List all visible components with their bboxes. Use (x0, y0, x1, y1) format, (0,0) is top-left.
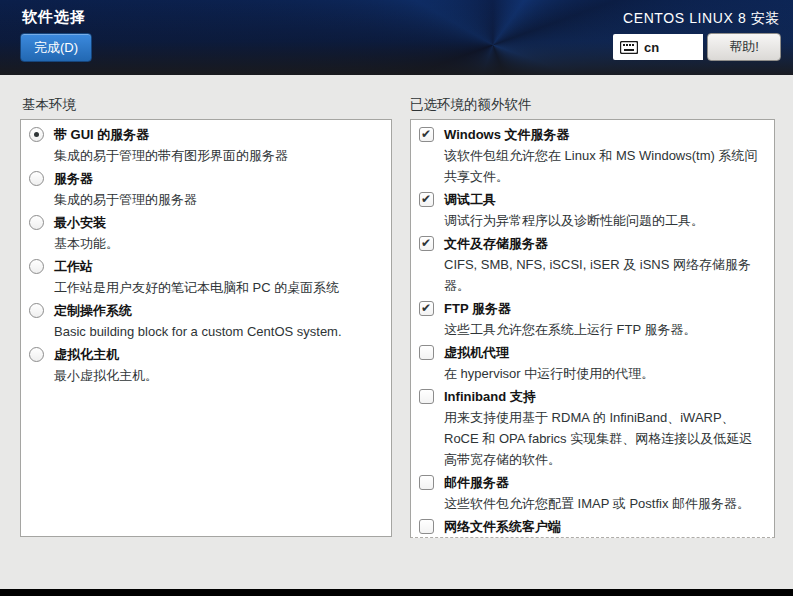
environment-option[interactable]: 虚拟化主机最小虚拟化主机。 (21, 343, 391, 387)
option-header: 服务器 (29, 168, 383, 189)
addon-option[interactable]: 网络文件系统客户端启用该系统附加到网络存储。 (411, 515, 774, 538)
option-header: 工作站 (29, 256, 383, 277)
option-description: 这些工具允许您在系统上运行 FTP 服务器。 (444, 319, 766, 340)
checkbox[interactable] (419, 192, 434, 207)
radio-button[interactable] (29, 347, 44, 362)
help-button[interactable]: 帮助! (707, 33, 781, 61)
addon-software-list: Windows 文件服务器该软件包组允许您在 Linux 和 MS Window… (410, 119, 775, 538)
environment-option[interactable]: 工作站工作站是用户友好的笔记本电脑和 PC 的桌面系统 (21, 255, 391, 299)
addon-option[interactable]: 邮件服务器这些软件包允许您配置 IMAP 或 Postfix 邮件服务器。 (411, 471, 774, 515)
addon-option[interactable]: Windows 文件服务器该软件包组允许您在 Linux 和 MS Window… (411, 123, 774, 188)
radio-button[interactable] (29, 171, 44, 186)
option-description: 调试行为异常程序以及诊断性能问题的工具。 (444, 210, 766, 231)
checkbox[interactable] (419, 301, 434, 316)
checkbox[interactable] (419, 475, 434, 490)
option-header: Windows 文件服务器 (419, 124, 766, 145)
base-environment-title: 基本环境 (22, 96, 76, 114)
base-environment-list: 带 GUI 的服务器集成的易于管理的带有图形界面的服务器服务器集成的易于管理的服… (20, 119, 392, 537)
option-label: 工作站 (54, 256, 93, 277)
option-description: CIFS, SMB, NFS, iSCSI, iSER 及 iSNS 网络存储服… (444, 254, 766, 296)
option-description: 这些软件包允许您配置 IMAP 或 Postfix 邮件服务器。 (444, 493, 766, 514)
addon-option[interactable]: FTP 服务器这些工具允许您在系统上运行 FTP 服务器。 (411, 297, 774, 341)
option-label: Windows 文件服务器 (444, 124, 570, 145)
option-label: 最小安装 (54, 212, 106, 233)
environment-option[interactable]: 带 GUI 的服务器集成的易于管理的带有图形界面的服务器 (21, 123, 391, 167)
option-label: 调试工具 (444, 189, 496, 210)
product-title: CENTOS LINUX 8 安装 (623, 10, 780, 28)
checkbox[interactable] (419, 127, 434, 142)
checkbox[interactable] (419, 519, 434, 534)
option-header: 虚拟机代理 (419, 342, 766, 363)
option-header: 文件及存储服务器 (419, 233, 766, 254)
option-header: FTP 服务器 (419, 298, 766, 319)
option-label: 虚拟机代理 (444, 342, 509, 363)
option-label: 定制操作系统 (54, 300, 132, 321)
option-label: 文件及存储服务器 (444, 233, 548, 254)
option-label: 带 GUI 的服务器 (54, 124, 149, 145)
option-label: 服务器 (54, 168, 93, 189)
addon-software-title: 已选环境的额外软件 (410, 96, 532, 114)
header-bar: 软件选择 完成(D) CENTOS LINUX 8 安装 cn 帮助! (0, 0, 793, 75)
addon-option[interactable]: Infiniband 支持用来支持使用基于 RDMA 的 InfiniBand、… (411, 385, 774, 471)
keyboard-layout-indicator[interactable]: cn (613, 34, 703, 60)
page-title: 软件选择 (22, 8, 86, 27)
keyboard-layout-label: cn (644, 40, 659, 55)
option-description: 在 hypervisor 中运行时使用的代理。 (444, 363, 766, 384)
option-description: 集成的易于管理的带有图形界面的服务器 (54, 145, 383, 166)
option-header: 虚拟化主机 (29, 344, 383, 365)
software-selection-content: 基本环境 已选环境的额外软件 带 GUI 的服务器集成的易于管理的带有图形界面的… (0, 75, 793, 589)
addon-option[interactable]: 虚拟机代理在 hypervisor 中运行时使用的代理。 (411, 341, 774, 385)
option-header: 最小安装 (29, 212, 383, 233)
option-description: 基本功能。 (54, 233, 383, 254)
addon-option[interactable]: 调试工具调试行为异常程序以及诊断性能问题的工具。 (411, 188, 774, 232)
radio-button[interactable] (29, 215, 44, 230)
option-description: 该软件包组允许您在 Linux 和 MS Windows(tm) 系统间共享文件… (444, 145, 766, 187)
checkbox[interactable] (419, 236, 434, 251)
option-label: 虚拟化主机 (54, 344, 119, 365)
option-header: 定制操作系统 (29, 300, 383, 321)
done-button[interactable]: 完成(D) (20, 33, 92, 62)
option-description: 集成的易于管理的服务器 (54, 189, 383, 210)
radio-button[interactable] (29, 303, 44, 318)
checkbox[interactable] (419, 345, 434, 360)
checkbox[interactable] (419, 389, 434, 404)
option-header: Infiniband 支持 (419, 386, 766, 407)
option-description: 用来支持使用基于 RDMA 的 InfiniBand、iWARP、RoCE 和 … (444, 407, 766, 470)
bottom-bar (0, 589, 793, 596)
option-header: 网络文件系统客户端 (419, 516, 766, 537)
option-header: 带 GUI 的服务器 (29, 124, 383, 145)
option-header: 调试工具 (419, 189, 766, 210)
option-header: 邮件服务器 (419, 472, 766, 493)
option-description: Basic building block for a custom CentOS… (54, 321, 383, 342)
option-label: FTP 服务器 (444, 298, 511, 319)
option-description: 最小虚拟化主机。 (54, 365, 383, 386)
environment-option[interactable]: 定制操作系统Basic building block for a custom … (21, 299, 391, 343)
addon-option[interactable]: 文件及存储服务器CIFS, SMB, NFS, iSCSI, iSER 及 iS… (411, 232, 774, 297)
environment-option[interactable]: 服务器集成的易于管理的服务器 (21, 167, 391, 211)
option-description: 工作站是用户友好的笔记本电脑和 PC 的桌面系统 (54, 277, 383, 298)
keyboard-icon (620, 41, 638, 54)
option-description: 启用该系统附加到网络存储。 (444, 537, 766, 538)
radio-button[interactable] (29, 127, 44, 142)
option-label: 网络文件系统客户端 (444, 516, 561, 537)
radio-button[interactable] (29, 259, 44, 274)
environment-option[interactable]: 最小安装基本功能。 (21, 211, 391, 255)
option-label: 邮件服务器 (444, 472, 509, 493)
option-label: Infiniband 支持 (444, 386, 536, 407)
